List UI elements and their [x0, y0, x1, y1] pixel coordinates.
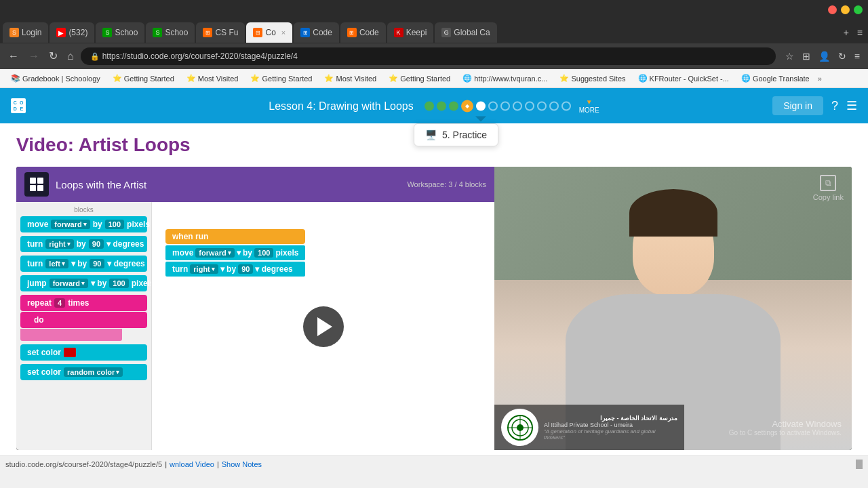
- block-move-forward[interactable]: move forward by 100 pixels: [20, 216, 147, 232]
- play-button[interactable]: [303, 306, 344, 347]
- block-repeat-value[interactable]: 4: [54, 298, 65, 308]
- block-jump-forward[interactable]: jump forward▾ by 100 pixels: [20, 275, 147, 291]
- download-video-link[interactable]: wnload Video: [170, 460, 214, 468]
- tab-schoology2[interactable]: S Schoo: [146, 22, 195, 43]
- tab-keepi[interactable]: K Keepi: [387, 22, 434, 43]
- dot-12[interactable]: [561, 101, 571, 110]
- tab-schoology1[interactable]: S Schoo: [96, 22, 144, 43]
- copy-link-button[interactable]: ⧉ Copy link: [813, 175, 844, 201]
- when-run-block-stack: when run move forward▾ by 100 pixels tur…: [165, 229, 305, 277]
- block-dropdown-random-color[interactable]: random color: [64, 367, 123, 377]
- sign-in-button[interactable]: Sign in: [772, 96, 823, 115]
- dot-7[interactable]: [500, 101, 510, 110]
- dot-5[interactable]: [476, 101, 486, 110]
- stacked-dropdown-right[interactable]: right: [190, 264, 218, 274]
- cdo-logo[interactable]: C O D E: [11, 98, 26, 113]
- cdo-header: C O D E Lesson 4: Drawing with Loops ▼: [0, 88, 868, 123]
- canvas-area[interactable]: when run move forward▾ by 100 pixels tur…: [152, 202, 494, 450]
- bookmark-gtranslate[interactable]: 🌐 Google Translate: [736, 73, 815, 84]
- blocks-label-text: blocks: [20, 206, 147, 214]
- close-button[interactable]: [828, 5, 837, 14]
- block-dropdown-jump-forward[interactable]: forward: [50, 279, 88, 288]
- tab-icon-code2: ⊞: [347, 28, 357, 37]
- bookmark-icon-gradebook: 📚: [11, 74, 20, 83]
- dot-3[interactable]: [449, 101, 458, 110]
- stacked-value-90[interactable]: 90: [238, 264, 253, 274]
- tab-menu-button[interactable]: ≡: [854, 26, 865, 39]
- forward-button[interactable]: →: [26, 49, 42, 63]
- block-do[interactable]: do: [20, 312, 147, 328]
- tab-code2[interactable]: ⊞ Code: [340, 22, 386, 43]
- dot-4[interactable]: [461, 100, 473, 112]
- tab-login[interactable]: S Login: [3, 22, 48, 43]
- bookmark-getting-started-1[interactable]: ⭐ Getting Started: [107, 73, 180, 84]
- tab-code1[interactable]: ⊞ Code: [294, 22, 339, 43]
- minimize-button[interactable]: [841, 5, 850, 14]
- menu-button[interactable]: ≡: [852, 49, 863, 63]
- when-run-header-block[interactable]: when run: [165, 229, 305, 244]
- tab-label-schoology1: Schoo: [115, 28, 138, 37]
- account-button[interactable]: 👤: [816, 49, 833, 63]
- stacked-block-turn[interactable]: turn right▾ by 90▾ degrees: [165, 262, 305, 277]
- bookmarks-overflow-icon[interactable]: »: [818, 75, 822, 83]
- block-set-color-random[interactable]: set color random color: [20, 364, 147, 380]
- show-notes-link[interactable]: Show Notes: [222, 460, 262, 468]
- school-logo: [501, 409, 538, 446]
- maximize-button[interactable]: [854, 5, 863, 14]
- reload-button[interactable]: ↻: [46, 49, 60, 63]
- bookmark-getting-started-2[interactable]: ⭐ Getting Started: [245, 73, 317, 84]
- address-bar[interactable]: 🔒 https://studio.code.org/s/coursef-2020…: [81, 47, 776, 65]
- bookmark-most-visited-2[interactable]: ⭐ Most Visited: [319, 73, 382, 84]
- tab-csfun[interactable]: ⊞ CS Fu: [196, 22, 245, 43]
- home-button[interactable]: ⌂: [64, 49, 77, 63]
- new-tab-button[interactable]: +: [841, 26, 852, 39]
- block-dropdown-left[interactable]: left: [45, 259, 68, 268]
- extensions-button[interactable]: ⊞: [800, 49, 813, 63]
- block-value-90-1[interactable]: 90: [89, 239, 104, 249]
- block-value-100-1[interactable]: 100: [105, 220, 124, 229]
- block-turn-left[interactable]: turn left▾ by 90▾ degrees: [20, 256, 147, 272]
- logo-cell-co: C: [12, 100, 18, 106]
- tab-youtube[interactable]: ▶ (532): [50, 22, 94, 43]
- hamburger-menu-button[interactable]: ☰: [846, 98, 857, 113]
- bookmark-gradebook[interactable]: 📚 Gradebook | Schoology: [5, 73, 106, 84]
- bookmark-most-visited-1[interactable]: ⭐ Most Visited: [181, 73, 244, 84]
- bookmark-label-kfrouter: KFRouter - QuickSet -...: [650, 75, 729, 83]
- more-button[interactable]: ▼ MORE: [579, 98, 599, 114]
- bookmark-tvquran[interactable]: 🌐 http://www.tvquran.c...: [457, 73, 553, 84]
- bookmark-button[interactable]: ☆: [783, 49, 797, 63]
- dot-6[interactable]: [488, 101, 498, 110]
- bookmark-suggested[interactable]: ⭐ Suggested Sites: [554, 73, 631, 84]
- more-label: MORE: [579, 106, 599, 114]
- scroll-indicator[interactable]: [856, 460, 863, 469]
- logo-grid-cell-2: [37, 178, 43, 184]
- copy-link-area[interactable]: ⧉ Copy link: [813, 175, 844, 201]
- close-tab-icon[interactable]: ×: [281, 28, 285, 37]
- back-button[interactable]: ←: [5, 49, 22, 63]
- dot-2[interactable]: [437, 101, 446, 110]
- tab-codeorg-active[interactable]: ⊞ Co ×: [246, 22, 292, 43]
- stacked-dropdown-forward[interactable]: forward: [195, 248, 234, 258]
- help-button[interactable]: ?: [831, 99, 838, 113]
- block-set-color[interactable]: set color: [20, 344, 147, 361]
- dot-8[interactable]: [513, 101, 522, 110]
- color-swatch-red[interactable]: [64, 348, 76, 357]
- dot-9[interactable]: [525, 101, 534, 110]
- stacked-value-100[interactable]: 100: [254, 248, 273, 258]
- dot-1[interactable]: [425, 101, 434, 110]
- dot-10[interactable]: [537, 101, 547, 110]
- block-value-90-2[interactable]: 90: [90, 259, 104, 268]
- school-text-area: مدرسة الاتحاد الخاصة - جميرا Al Ittihad …: [544, 415, 677, 441]
- block-turn-right[interactable]: turn right by 90▾ degrees: [20, 236, 147, 252]
- block-dropdown-right[interactable]: right: [45, 239, 73, 249]
- sync-button[interactable]: ↻: [835, 49, 849, 63]
- block-dropdown-forward[interactable]: forward: [51, 220, 90, 229]
- stacked-block-move[interactable]: move forward▾ by 100 pixels: [165, 245, 305, 260]
- dot-11[interactable]: [549, 101, 559, 110]
- window-controls[interactable]: [828, 5, 863, 14]
- block-value-100-2[interactable]: 100: [109, 279, 128, 288]
- bookmark-kfrouter[interactable]: 🌐 KFRouter - QuickSet -...: [633, 73, 734, 84]
- tab-globalca[interactable]: G Global Ca: [435, 22, 496, 43]
- block-repeat[interactable]: repeat 4 times: [20, 295, 147, 311]
- bookmark-getting-started-3[interactable]: ⭐ Getting Started: [383, 73, 456, 84]
